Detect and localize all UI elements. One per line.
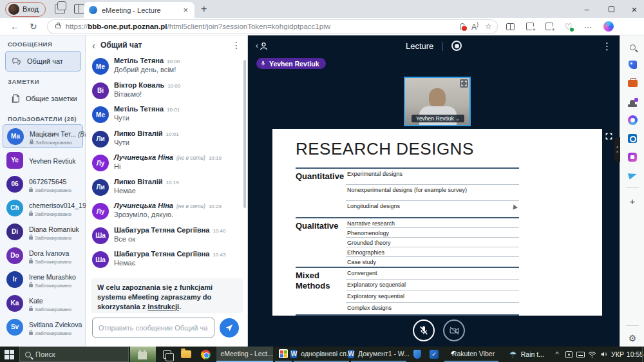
sidebar-games-icon[interactable]: [620, 93, 644, 109]
browser-tab-strip: Вход eMeeting - Lecture × + – ×: [0, 0, 644, 18]
taskbar-search[interactable]: Поиск: [19, 347, 129, 362]
window-maximize-button[interactable]: [601, 0, 621, 18]
presentation-fullscreen-icon[interactable]: [605, 132, 613, 140]
tab-actions-icon[interactable]: [74, 4, 84, 14]
word-icon: W: [348, 350, 354, 358]
browser-essentials-icon[interactable]: ♡: [565, 22, 573, 32]
sidebar-microsoft365-icon[interactable]: [620, 112, 644, 128]
taskbar-edge-window[interactable]: eMeeting - Lect...: [216, 347, 273, 362]
start-button[interactable]: [0, 347, 18, 362]
favorite-star-icon[interactable]: ☆: [485, 22, 492, 31]
address-bar[interactable]: https://bbb-one.put.poznan.pl/html5clien…: [48, 20, 497, 33]
lock-icon: [29, 308, 33, 311]
site-permissions-icon[interactable]: [55, 24, 61, 28]
avatar: Me: [92, 58, 109, 75]
chat-message: Ша Шабатура Тетяна Сергіївна10:43Немає: [92, 250, 239, 274]
mic-blocked-icon[interactable]: [460, 23, 465, 30]
tab-title: eMeeting - Lecture: [102, 6, 182, 14]
chat-options-icon[interactable]: ⋮: [232, 40, 241, 50]
avatar: Ka: [6, 295, 23, 312]
language-indicator[interactable]: УКР: [609, 347, 626, 362]
user-row[interactable]: Ir Irene Murashko Заблокировано: [0, 267, 86, 291]
user-row[interactable]: Ch chemerisov014_19... Заблокировано: [0, 196, 86, 220]
notes-header: ЗАМЕТКИ: [8, 78, 39, 85]
sidebar-settings-icon[interactable]: ⚙: [620, 330, 644, 346]
add-to-collection-icon[interactable]: [545, 23, 553, 30]
bbb-app: СООБЩЕНИЯ Общий чат ЗАМЕТКИ Общие заметк…: [0, 35, 644, 347]
sidebar-add-icon[interactable]: +: [620, 193, 644, 209]
webcam-video[interactable]: Yevhen Revtiuk ⌄: [404, 77, 471, 126]
user-row-self[interactable]: Ма Мацієвич Тет... (Вы) Заблокировано: [3, 124, 83, 148]
chrome-button[interactable]: [197, 347, 214, 362]
tray-keyboard-icon[interactable]: [574, 347, 586, 362]
chat-message: Лу Лучинецька Ніна(не в сети)10:19Ні: [92, 153, 239, 178]
sidebar-item-shared-notes[interactable]: Общие заметки: [5, 88, 81, 109]
speaking-indicator[interactable]: Yevhen Revtiuk: [256, 58, 326, 69]
user-row[interactable]: Di Diana Romaniuk Заблокировано: [0, 220, 86, 243]
back-button[interactable]: ←: [10, 21, 19, 32]
taskbar-viber[interactable]: Rakuten Viber: [444, 347, 498, 362]
workspaces-icon[interactable]: [55, 4, 65, 14]
news-interest-widget[interactable]: [130, 347, 156, 362]
more-options-icon[interactable]: ···: [583, 22, 592, 32]
lock-icon: [29, 189, 33, 192]
user-row[interactable]: Do Dora Ivanova Заблокировано: [0, 243, 86, 267]
main-options-icon[interactable]: ⋮: [602, 41, 612, 52]
user-row[interactable]: Ye Yevhen Revtiuk: [0, 148, 86, 172]
table-section-mixed-methods: Mixed Methods Convergent Explanatory seq…: [296, 267, 519, 314]
chat-message-input[interactable]: [92, 318, 214, 338]
taskbar-word-doc-2[interactable]: WДокумент1 - W...: [351, 347, 406, 362]
taskbar-word-doc-1[interactable]: Wоднорівневі сп...: [294, 347, 349, 362]
refresh-button[interactable]: ↻: [30, 21, 37, 32]
tray-app-icon[interactable]: [563, 347, 574, 362]
webcam-fullscreen-icon[interactable]: [460, 79, 468, 88]
instructions-link[interactable]: instrukcji: [147, 303, 179, 310]
webcam-name-label[interactable]: Yevhen Revtiuk ⌄: [412, 115, 464, 122]
sidebar-shopping-icon[interactable]: [620, 57, 644, 72]
sidebar-item-public-chat[interactable]: Общий чат: [5, 51, 81, 71]
file-explorer-button[interactable]: [178, 347, 194, 362]
window-minimize-button[interactable]: –: [577, 0, 596, 18]
user-list: Ма Мацієвич Тет... (Вы) Заблокировано Ye…: [0, 124, 86, 339]
copilot-icon[interactable]: [603, 21, 614, 32]
window-close-button[interactable]: ×: [625, 0, 644, 18]
security-shield-button[interactable]: [410, 347, 425, 362]
mute-microphone-button[interactable]: [413, 319, 435, 341]
avatar: Me: [92, 106, 109, 123]
avatar: Ша: [92, 251, 109, 268]
send-message-button[interactable]: [220, 318, 239, 338]
chat-back-icon[interactable]: ‹: [92, 40, 95, 51]
profile-button[interactable]: Вход: [5, 2, 46, 17]
tab-close-icon[interactable]: ×: [182, 5, 189, 15]
chat-message: Bi Віктор Коваль10:00Вітаємо!: [92, 81, 239, 106]
record-button[interactable]: [451, 41, 462, 51]
read-aloud-icon[interactable]: A): [471, 21, 478, 32]
presentation-slide[interactable]: RESEARCH DESIGNS Quantitative Experiment…: [272, 129, 602, 316]
collections-icon[interactable]: [526, 23, 534, 30]
user-row[interactable]: Sv Svitlana Zviekova Заблокировано: [0, 315, 86, 339]
share-webcam-button[interactable]: [443, 319, 465, 341]
weather-widget[interactable]: ☂Rain t...: [504, 347, 550, 362]
sidebar-drop-icon[interactable]: [620, 167, 644, 183]
avatar: Sv: [6, 319, 23, 336]
user-row[interactable]: Ka Kate Заблокировано: [0, 291, 86, 315]
task-view-button[interactable]: [158, 347, 175, 362]
chat-message: Me Метіль Тетяна10:00Добрий день, всім!: [92, 57, 239, 81]
user-row[interactable]: 06 0672675645 Заблокировано: [0, 172, 86, 196]
sidebar-tools-icon[interactable]: [620, 75, 644, 90]
defender-button[interactable]: ✓: [426, 347, 442, 362]
tray-volume-icon[interactable]: [598, 347, 609, 362]
tray-network-icon[interactable]: [586, 347, 598, 362]
chat-scrollbar[interactable]: [243, 60, 246, 208]
taskbar-office-app[interactable]: [275, 347, 292, 362]
sidebar-search-icon[interactable]: [620, 39, 644, 55]
sidebar-collapse-handle[interactable]: ‹›: [614, 137, 620, 162]
chat-message: Ли Липко Віталій10:01Чути: [92, 129, 239, 154]
action-center-button[interactable]: [627, 347, 639, 362]
new-tab-button[interactable]: +: [201, 3, 207, 15]
browser-tab[interactable]: eMeeting - Lecture ×: [84, 2, 194, 18]
tray-expand-button[interactable]: ^: [551, 347, 563, 362]
split-screen-icon[interactable]: [506, 23, 515, 30]
sidebar-outlook-icon[interactable]: [620, 131, 644, 146]
sidebar-designer-icon[interactable]: [620, 149, 644, 165]
